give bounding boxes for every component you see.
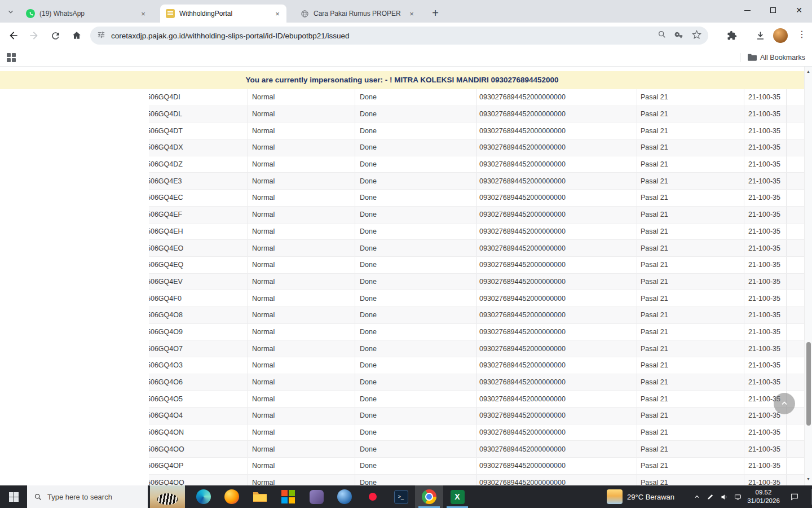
extensions-puzzle-icon[interactable] bbox=[726, 30, 738, 41]
table-row[interactable]: 506GQ4EVNormalDone0930276894452000000000… bbox=[149, 274, 804, 291]
cell-tax-type: Pasal 21 bbox=[637, 408, 744, 424]
cell-document-number: 506GQ4O9 bbox=[149, 324, 248, 340]
home-icon[interactable] bbox=[71, 30, 82, 41]
table-row[interactable]: 506GQ4EHNormalDone0930276894452000000000… bbox=[149, 224, 804, 240]
profile-avatar[interactable] bbox=[773, 28, 788, 43]
cell-state: Done bbox=[355, 307, 476, 323]
search-placeholder: Type here to search bbox=[47, 493, 112, 501]
taskbar-clock[interactable]: 09.52 31/01/2026 bbox=[745, 485, 782, 508]
tab-whatsapp[interactable]: (19) WhatsApp × bbox=[20, 5, 152, 23]
table-row[interactable]: 506GQ4O4NormalDone0930276894452000000000… bbox=[149, 408, 804, 424]
cell-document-number: 506GQ4DT bbox=[149, 122, 248, 139]
tab-title: (19) WhatsApp bbox=[39, 10, 134, 17]
cell-tax-type: Pasal 21 bbox=[637, 374, 744, 391]
new-tab-button[interactable]: + bbox=[427, 5, 443, 21]
cell-tax-object-code: 21-100-35 bbox=[744, 357, 787, 374]
window-maximize-button[interactable] bbox=[760, 0, 786, 20]
table-row[interactable]: 506GQ4OPNormalDone0930276894452000000000… bbox=[149, 458, 804, 475]
cell-padding bbox=[787, 173, 804, 189]
scrollbar-up-icon[interactable]: ▲ bbox=[805, 69, 812, 73]
back-icon[interactable] bbox=[8, 30, 19, 41]
password-key-icon[interactable] bbox=[674, 30, 684, 42]
cell-tax-id: 0930276894452000000000 bbox=[476, 307, 637, 323]
cell-status: Normal bbox=[248, 139, 355, 156]
search-lens-icon[interactable] bbox=[657, 30, 667, 41]
cell-tax-object-code: 21-100-35 bbox=[744, 324, 787, 340]
address-bar[interactable]: coretaxdjp.pajak.go.id/withholding-slips… bbox=[90, 27, 708, 45]
table-row[interactable]: 506GQ4O6NormalDone0930276894452000000000… bbox=[149, 374, 804, 391]
table-row[interactable]: 506GQ4ONNormalDone0930276894452000000000… bbox=[149, 424, 804, 441]
blue-app-icon[interactable] bbox=[330, 485, 359, 508]
table-row[interactable]: 506GQ4EONormalDone0930276894452000000000… bbox=[149, 240, 804, 257]
table-row[interactable]: 506GQ4E3NormalDone0930276894452000000000… bbox=[149, 173, 804, 190]
table-row[interactable]: 506GQ4EFNormalDone0930276894452000000000… bbox=[149, 207, 804, 224]
tab-proper[interactable]: Cara Pakai Rumus PROPER × bbox=[294, 5, 421, 23]
table-row[interactable]: 506GQ4DLNormalDone0930276894452000000000… bbox=[149, 106, 804, 123]
speaker-icon[interactable] bbox=[717, 485, 731, 508]
forward-icon[interactable] bbox=[28, 30, 39, 41]
table-row[interactable]: 506GQ4DXNormalDone0930276894452000000000… bbox=[149, 139, 804, 156]
chrome-icon[interactable] bbox=[415, 485, 443, 508]
tab-close-icon[interactable]: × bbox=[139, 9, 148, 18]
taskbar-search-input[interactable]: Type here to search bbox=[27, 485, 148, 508]
cell-tax-object-code: 21-100-35 bbox=[744, 274, 787, 290]
firefox-icon[interactable] bbox=[218, 485, 246, 508]
tab-search-chevron-icon[interactable] bbox=[6, 7, 16, 17]
search-highlight-image[interactable] bbox=[150, 485, 185, 508]
table-row[interactable]: 506GQ4OQNormalDone0930276894452000000000… bbox=[149, 475, 804, 485]
table-row[interactable]: 506GQ4O7NormalDone0930276894452000000000… bbox=[149, 340, 804, 357]
windows-taskbar: Type here to search >_ X 29°C Berawan bbox=[0, 485, 812, 508]
scroll-to-top-button[interactable] bbox=[774, 393, 795, 414]
opera-icon[interactable] bbox=[359, 485, 387, 508]
tab-withholding-portal[interactable]: WithholdingPortal × bbox=[160, 5, 286, 23]
tab-close-icon[interactable]: × bbox=[273, 9, 282, 18]
network-icon[interactable] bbox=[731, 485, 744, 508]
table-row[interactable]: 506GQ4O9NormalDone0930276894452000000000… bbox=[149, 324, 804, 341]
pen-icon[interactable] bbox=[704, 485, 717, 508]
table-row[interactable]: 506GQ4O3NormalDone0930276894452000000000… bbox=[149, 357, 804, 374]
tray-chevron-up-icon[interactable] bbox=[690, 485, 704, 508]
table-row[interactable]: 506GQ4F0NormalDone0930276894452000000000… bbox=[149, 290, 804, 307]
browser-menu-icon[interactable]: ⋮ bbox=[797, 29, 806, 40]
cell-document-number: 506GQ4OP bbox=[149, 458, 248, 474]
window-close-button[interactable]: ✕ bbox=[786, 0, 812, 20]
table-row[interactable]: 506GQ4OONormalDone0930276894452000000000… bbox=[149, 441, 804, 458]
table-row[interactable]: 506GQ4DTNormalDone0930276894452000000000… bbox=[149, 122, 804, 139]
bookmark-star-icon[interactable] bbox=[692, 30, 701, 42]
office-icon[interactable] bbox=[274, 485, 302, 508]
page-scrollbar[interactable]: ▲ ▼ bbox=[804, 67, 812, 485]
table-row[interactable]: 506GQ4ECNormalDone0930276894452000000000… bbox=[149, 190, 804, 207]
url-text: coretaxdjp.pajak.go.id/withholding-slips… bbox=[111, 32, 657, 40]
start-button[interactable] bbox=[0, 485, 27, 508]
purple-app-icon[interactable] bbox=[302, 485, 330, 508]
file-explorer-icon[interactable] bbox=[246, 485, 274, 508]
cell-status: Normal bbox=[248, 89, 355, 106]
site-settings-icon[interactable] bbox=[97, 30, 105, 41]
apps-grid-icon[interactable] bbox=[7, 53, 16, 62]
terminal-icon[interactable]: >_ bbox=[387, 485, 415, 508]
tab-close-icon[interactable]: × bbox=[407, 9, 416, 18]
weather-widget[interactable]: 29°C Berawan bbox=[607, 485, 674, 508]
cell-tax-id: 0930276894452000000000 bbox=[476, 257, 637, 273]
scrollbar-thumb[interactable] bbox=[806, 342, 811, 426]
cell-document-number: 506GQ4O7 bbox=[149, 340, 248, 357]
excel-icon[interactable]: X bbox=[443, 485, 471, 508]
scrollbar-down-icon[interactable]: ▼ bbox=[805, 477, 812, 481]
cell-state: Done bbox=[355, 89, 476, 106]
cell-tax-object-code: 21-100-35 bbox=[744, 424, 787, 441]
divider bbox=[740, 53, 740, 62]
table-row[interactable]: 506GQ4DINormalDone0930276894452000000000… bbox=[149, 89, 804, 106]
notification-center-icon[interactable] bbox=[786, 485, 803, 508]
table-row[interactable]: 506GQ4O8NormalDone0930276894452000000000… bbox=[149, 307, 804, 324]
cell-status: Normal bbox=[248, 240, 355, 256]
cell-tax-id: 0930276894452000000000 bbox=[476, 475, 637, 485]
window-minimize-button[interactable] bbox=[734, 0, 760, 20]
downloads-icon[interactable] bbox=[754, 30, 766, 41]
table-row[interactable]: 506GQ4O5NormalDone0930276894452000000000… bbox=[149, 391, 804, 408]
cell-tax-type: Pasal 21 bbox=[637, 139, 744, 156]
edge-icon[interactable] bbox=[189, 485, 218, 508]
table-row[interactable]: 506GQ4DZNormalDone0930276894452000000000… bbox=[149, 156, 804, 173]
reload-icon[interactable] bbox=[50, 30, 61, 41]
table-row[interactable]: 506GQ4EQNormalDone0930276894452000000000… bbox=[149, 257, 804, 274]
all-bookmarks-label[interactable]: All Bookmarks bbox=[760, 53, 805, 62]
